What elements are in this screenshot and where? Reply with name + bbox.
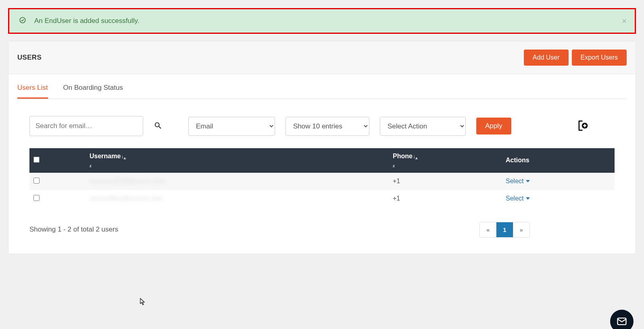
- row-action-select[interactable]: Select: [506, 195, 530, 202]
- card-header: USERS Add User Export Users: [8, 41, 636, 74]
- header-actions: Actions: [502, 148, 615, 173]
- caret-down-icon: [526, 180, 530, 182]
- filters-row: Email Show 10 entries Select Action Appl…: [17, 99, 627, 148]
- page-prev[interactable]: «: [480, 222, 496, 237]
- check-circle-icon: [19, 17, 26, 25]
- alert-close-icon[interactable]: ×: [622, 17, 627, 26]
- header-username-label: Username: [90, 153, 121, 159]
- page-1[interactable]: 1: [496, 222, 513, 237]
- phone-cell: +1: [389, 173, 502, 190]
- table-header-row: Username↓AZ Phone↓AZ Actions: [29, 148, 615, 173]
- table-row: mxxxxxx2039@xxxxx.com +1 Select: [29, 173, 615, 190]
- table-row: sxxxxx3hxu@xxxxxx.com +1 Select: [29, 190, 615, 207]
- alert-message: An EndUser is added successfully.: [34, 17, 139, 25]
- row-action-label: Select: [506, 178, 523, 185]
- showing-text: Showing 1 - 2 of total 2 users: [29, 226, 118, 234]
- filter-by-select[interactable]: Email: [188, 117, 275, 136]
- pagination: « 1 »: [479, 222, 530, 238]
- row-action-label: Select: [506, 195, 523, 202]
- users-table-wrap: Username↓AZ Phone↓AZ Actions mxxxxxx2039…: [17, 148, 627, 207]
- add-column-icon[interactable]: [575, 119, 589, 134]
- tabs: Users List On Boarding Status: [17, 74, 627, 99]
- header-phone-label: Phone: [393, 153, 413, 159]
- page-title: USERS: [17, 54, 42, 62]
- users-table: Username↓AZ Phone↓AZ Actions mxxxxxx2039…: [29, 148, 615, 207]
- table-footer: Showing 1 - 2 of total 2 users « 1 »: [17, 207, 627, 245]
- search-input[interactable]: [29, 116, 143, 136]
- caret-down-icon: [526, 197, 530, 200]
- row-checkbox[interactable]: [33, 178, 40, 184]
- username-cell: mxxxxxx2039@xxxxx.com: [90, 178, 165, 184]
- tab-onboarding-status[interactable]: On Boarding Status: [63, 78, 123, 99]
- header-actions: Add User Export Users: [524, 50, 627, 66]
- entries-select[interactable]: Show 10 entries: [286, 117, 369, 136]
- card-body: Users List On Boarding Status Email Show…: [8, 74, 636, 254]
- header-actions-label: Actions: [506, 157, 529, 163]
- row-action-select[interactable]: Select: [506, 178, 530, 185]
- header-username[interactable]: Username↓AZ: [47, 148, 389, 173]
- username-cell: sxxxxx3hxu@xxxxxx.com: [90, 195, 163, 202]
- bulk-action-select[interactable]: Select Action: [380, 117, 466, 136]
- export-users-button[interactable]: Export Users: [572, 50, 627, 66]
- success-alert: An EndUser is added successfully. ×: [8, 8, 636, 34]
- page-next[interactable]: »: [513, 222, 529, 237]
- phone-cell: +1: [389, 190, 502, 207]
- search-icon[interactable]: [154, 121, 163, 131]
- users-card: USERS Add User Export Users Users List O…: [8, 41, 636, 254]
- header-phone[interactable]: Phone↓AZ: [389, 148, 502, 173]
- apply-button[interactable]: Apply: [476, 118, 511, 134]
- add-user-button[interactable]: Add User: [524, 50, 569, 66]
- header-checkbox-cell: [29, 148, 47, 173]
- select-all-checkbox[interactable]: [33, 157, 40, 163]
- row-checkbox[interactable]: [33, 195, 40, 201]
- tab-users-list[interactable]: Users List: [17, 78, 48, 99]
